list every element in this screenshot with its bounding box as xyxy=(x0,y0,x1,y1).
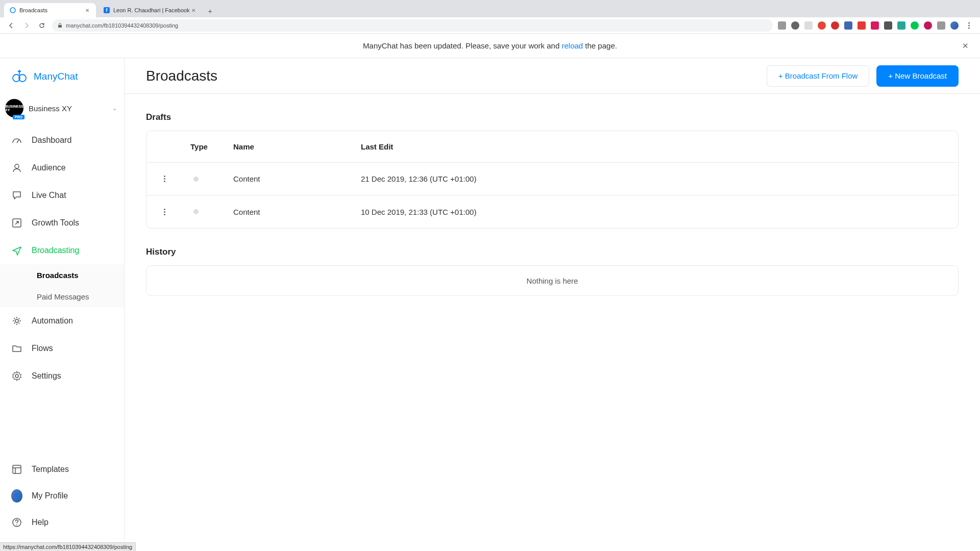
browser-address-bar: manychat.com/fb181039443240​8309/posting xyxy=(0,17,980,34)
chat-icon xyxy=(11,190,22,201)
extension-icons xyxy=(778,20,974,31)
svg-point-11 xyxy=(15,319,18,322)
col-last-edit: Last Edit xyxy=(361,142,958,151)
new-broadcast-button[interactable]: + New Broadcast xyxy=(876,65,959,87)
gear-icon xyxy=(11,370,22,382)
banner-close-button[interactable]: ✕ xyxy=(961,41,970,51)
main-content: Broadcasts + Broadcast From Flow + New B… xyxy=(125,58,980,541)
tab-close-icon[interactable]: ✕ xyxy=(190,7,197,14)
row-name: Content xyxy=(233,174,361,183)
help-icon xyxy=(11,517,22,528)
tab-title: Broadcasts xyxy=(19,7,47,13)
history-empty-state: Nothing is here xyxy=(146,265,959,296)
svg-point-12 xyxy=(15,374,18,378)
send-icon xyxy=(11,245,22,256)
sidebar-item-livechat[interactable]: Live Chat xyxy=(0,182,124,209)
row-actions-button[interactable] xyxy=(160,174,169,184)
banner-text-suffix: the page. xyxy=(583,41,617,50)
ext-icon[interactable] xyxy=(924,21,932,30)
url-input[interactable]: manychat.com/fb181039443240​8309/posting xyxy=(52,19,773,32)
tab-title: Leon R. Chaudhari | Facebook xyxy=(113,7,190,13)
ext-icon[interactable] xyxy=(897,21,905,30)
lock-icon xyxy=(57,22,63,28)
header-actions: + Broadcast From Flow + New Broadcast xyxy=(767,65,959,87)
ext-icon[interactable] xyxy=(884,21,892,30)
ext-icon[interactable] xyxy=(871,21,879,30)
browser-menu-icon[interactable] xyxy=(964,20,974,31)
row-actions-button[interactable] xyxy=(160,207,169,216)
sidebar-item-growth[interactable]: Growth Tools xyxy=(0,209,124,237)
profile-avatar-icon: 👤 xyxy=(11,490,22,502)
browser-tab-active[interactable]: Broadcasts ✕ xyxy=(4,3,96,17)
ext-icon[interactable] xyxy=(831,21,839,30)
sidebar-item-label: Settings xyxy=(32,371,61,381)
sidebar-subitem-paid[interactable]: Paid Messages xyxy=(0,286,124,307)
business-selector[interactable]: BUSINESS XY PRO Business XY ⌄ xyxy=(0,95,124,121)
sidebar-item-label: Automation xyxy=(32,316,73,325)
sidebar-item-label: Live Chat xyxy=(32,191,66,200)
svg-point-6 xyxy=(968,27,970,29)
sidebar: ManyChat BUSINESS XY PRO Business XY ⌄ D… xyxy=(0,58,125,541)
drafts-section-title: Drafts xyxy=(146,112,959,122)
forward-button[interactable] xyxy=(21,20,32,31)
browser-tab-strip: Broadcasts ✕ f Leon R. Chaudhari | Faceb… xyxy=(0,0,980,17)
gauge-icon xyxy=(11,135,22,146)
sidebar-item-profile[interactable]: 👤 My Profile xyxy=(0,483,124,509)
ext-icon[interactable] xyxy=(804,21,813,30)
banner-text-prefix: ManyChat has been updated. Please, save … xyxy=(363,41,561,50)
sidebar-item-help[interactable]: Help xyxy=(0,509,124,536)
type-indicator-icon xyxy=(193,209,199,214)
sidebar-item-label: My Profile xyxy=(32,491,68,500)
back-button[interactable] xyxy=(6,20,16,31)
brand-row[interactable]: ManyChat xyxy=(0,58,124,95)
table-row[interactable]: Content 21 Dec 2019, 12:36 (UTC +01:00) xyxy=(146,163,958,195)
template-icon xyxy=(11,464,22,475)
banner-reload-link[interactable]: reload xyxy=(561,41,583,50)
sidebar-subitem-broadcasts[interactable]: Broadcasts xyxy=(0,264,124,286)
row-name: Content xyxy=(233,208,361,216)
tab-favicon: f xyxy=(103,7,110,14)
url-text: manychat.com/fb181039443240​8309/posting xyxy=(66,22,178,29)
ext-icon[interactable] xyxy=(844,21,852,30)
sidebar-item-templates[interactable]: Templates xyxy=(0,456,124,483)
new-tab-button[interactable]: + xyxy=(204,5,216,17)
sidebar-item-settings[interactable]: Settings xyxy=(0,362,124,390)
reload-button[interactable] xyxy=(37,20,47,31)
table-row[interactable]: Content 10 Dec 2019, 21:33 (UTC +01:00) xyxy=(146,195,958,228)
row-last-edit: 10 Dec 2019, 21:33 (UTC +01:00) xyxy=(361,208,958,216)
sidebar-item-broadcasting[interactable]: Broadcasting xyxy=(0,237,124,264)
svg-point-9 xyxy=(15,164,19,168)
ext-icon[interactable] xyxy=(791,21,799,30)
svg-point-0 xyxy=(10,8,15,13)
browser-profile-avatar[interactable] xyxy=(950,21,959,30)
ext-icon[interactable] xyxy=(911,21,919,30)
content-area: Drafts Type Name Last Edit Content 21 De… xyxy=(125,94,980,314)
sidebar-item-flows[interactable]: Flows xyxy=(0,335,124,362)
svg-rect-13 xyxy=(13,465,21,473)
sidebar-item-dashboard[interactable]: Dashboard xyxy=(0,127,124,154)
sidebar-item-label: Audience xyxy=(32,163,66,172)
ext-icon[interactable] xyxy=(857,21,866,30)
user-icon xyxy=(11,162,22,173)
brand-logo-icon xyxy=(10,67,29,86)
row-last-edit: 21 Dec 2019, 12:36 (UTC +01:00) xyxy=(361,174,958,183)
sidebar-item-automation[interactable]: Automation xyxy=(0,307,124,335)
business-avatar: BUSINESS XY PRO xyxy=(5,99,23,117)
pro-badge: PRO xyxy=(13,115,24,119)
tab-close-icon[interactable]: ✕ xyxy=(84,7,91,14)
sidebar-item-audience[interactable]: Audience xyxy=(0,154,124,182)
ext-icon[interactable] xyxy=(818,21,826,30)
ext-icon[interactable] xyxy=(778,21,786,30)
browser-tab-inactive[interactable]: f Leon R. Chaudhari | Facebook ✕ xyxy=(98,3,202,17)
cog-icon xyxy=(11,315,22,327)
nav-footer: Templates 👤 My Profile Help xyxy=(0,456,124,541)
ext-icon[interactable] xyxy=(937,21,945,30)
broadcast-from-flow-button[interactable]: + Broadcast From Flow xyxy=(767,65,869,87)
empty-text: Nothing is here xyxy=(527,277,578,285)
sidebar-item-label: Dashboard xyxy=(32,136,71,145)
app-layout: ManyChat BUSINESS XY PRO Business XY ⌄ D… xyxy=(0,58,980,541)
history-section-title: History xyxy=(146,247,959,257)
type-indicator-icon xyxy=(193,177,199,182)
col-name: Name xyxy=(233,142,361,151)
svg-rect-3 xyxy=(58,25,62,28)
